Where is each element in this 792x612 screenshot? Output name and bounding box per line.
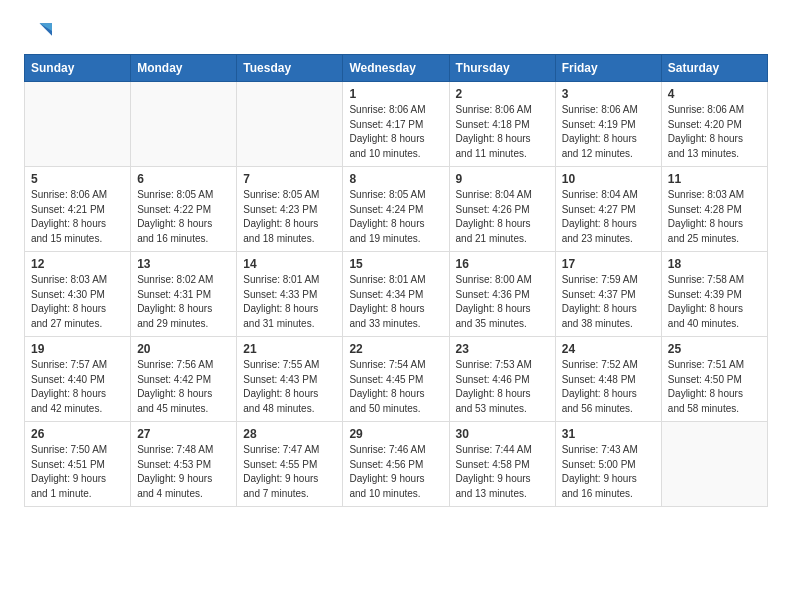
day-info: Sunrise: 7:55 AM Sunset: 4:43 PM Dayligh… [243,358,336,416]
calendar-cell: 22Sunrise: 7:54 AM Sunset: 4:45 PM Dayli… [343,337,449,422]
day-number: 3 [562,87,655,101]
calendar-week-row: 19Sunrise: 7:57 AM Sunset: 4:40 PM Dayli… [25,337,768,422]
day-number: 6 [137,172,230,186]
calendar-cell: 20Sunrise: 7:56 AM Sunset: 4:42 PM Dayli… [131,337,237,422]
day-info: Sunrise: 7:58 AM Sunset: 4:39 PM Dayligh… [668,273,761,331]
calendar-cell: 8Sunrise: 8:05 AM Sunset: 4:24 PM Daylig… [343,167,449,252]
calendar-cell: 12Sunrise: 8:03 AM Sunset: 4:30 PM Dayli… [25,252,131,337]
calendar-cell: 30Sunrise: 7:44 AM Sunset: 4:58 PM Dayli… [449,422,555,507]
day-number: 29 [349,427,442,441]
day-info: Sunrise: 7:59 AM Sunset: 4:37 PM Dayligh… [562,273,655,331]
calendar-cell: 28Sunrise: 7:47 AM Sunset: 4:55 PM Dayli… [237,422,343,507]
day-number: 4 [668,87,761,101]
logo-icon [24,20,52,42]
day-number: 19 [31,342,124,356]
day-number: 31 [562,427,655,441]
calendar-cell: 26Sunrise: 7:50 AM Sunset: 4:51 PM Dayli… [25,422,131,507]
calendar-cell: 19Sunrise: 7:57 AM Sunset: 4:40 PM Dayli… [25,337,131,422]
calendar-cell: 11Sunrise: 8:03 AM Sunset: 4:28 PM Dayli… [661,167,767,252]
day-info: Sunrise: 8:00 AM Sunset: 4:36 PM Dayligh… [456,273,549,331]
day-info: Sunrise: 7:50 AM Sunset: 4:51 PM Dayligh… [31,443,124,501]
calendar-cell: 16Sunrise: 8:00 AM Sunset: 4:36 PM Dayli… [449,252,555,337]
calendar-cell: 9Sunrise: 8:04 AM Sunset: 4:26 PM Daylig… [449,167,555,252]
calendar-cell: 14Sunrise: 8:01 AM Sunset: 4:33 PM Dayli… [237,252,343,337]
day-number: 9 [456,172,549,186]
calendar-cell: 5Sunrise: 8:06 AM Sunset: 4:21 PM Daylig… [25,167,131,252]
calendar-cell: 7Sunrise: 8:05 AM Sunset: 4:23 PM Daylig… [237,167,343,252]
day-number: 26 [31,427,124,441]
day-number: 18 [668,257,761,271]
calendar-week-row: 26Sunrise: 7:50 AM Sunset: 4:51 PM Dayli… [25,422,768,507]
calendar-cell: 21Sunrise: 7:55 AM Sunset: 4:43 PM Dayli… [237,337,343,422]
calendar-cell: 2Sunrise: 8:06 AM Sunset: 4:18 PM Daylig… [449,82,555,167]
day-info: Sunrise: 7:57 AM Sunset: 4:40 PM Dayligh… [31,358,124,416]
calendar-cell: 24Sunrise: 7:52 AM Sunset: 4:48 PM Dayli… [555,337,661,422]
day-number: 5 [31,172,124,186]
day-number: 30 [456,427,549,441]
day-info: Sunrise: 8:03 AM Sunset: 4:28 PM Dayligh… [668,188,761,246]
day-number: 10 [562,172,655,186]
calendar-header-tuesday: Tuesday [237,55,343,82]
day-number: 11 [668,172,761,186]
page-header [24,20,768,42]
day-number: 14 [243,257,336,271]
calendar-cell: 29Sunrise: 7:46 AM Sunset: 4:56 PM Dayli… [343,422,449,507]
day-info: Sunrise: 8:06 AM Sunset: 4:20 PM Dayligh… [668,103,761,161]
calendar-cell [25,82,131,167]
calendar-cell: 18Sunrise: 7:58 AM Sunset: 4:39 PM Dayli… [661,252,767,337]
calendar-header-thursday: Thursday [449,55,555,82]
day-number: 21 [243,342,336,356]
day-info: Sunrise: 7:52 AM Sunset: 4:48 PM Dayligh… [562,358,655,416]
day-number: 20 [137,342,230,356]
day-number: 17 [562,257,655,271]
day-info: Sunrise: 7:47 AM Sunset: 4:55 PM Dayligh… [243,443,336,501]
day-info: Sunrise: 7:54 AM Sunset: 4:45 PM Dayligh… [349,358,442,416]
day-number: 22 [349,342,442,356]
day-number: 15 [349,257,442,271]
calendar-header-monday: Monday [131,55,237,82]
day-info: Sunrise: 7:46 AM Sunset: 4:56 PM Dayligh… [349,443,442,501]
day-number: 25 [668,342,761,356]
calendar-cell: 25Sunrise: 7:51 AM Sunset: 4:50 PM Dayli… [661,337,767,422]
logo [24,20,56,42]
day-info: Sunrise: 7:51 AM Sunset: 4:50 PM Dayligh… [668,358,761,416]
day-info: Sunrise: 7:48 AM Sunset: 4:53 PM Dayligh… [137,443,230,501]
day-info: Sunrise: 8:05 AM Sunset: 4:23 PM Dayligh… [243,188,336,246]
calendar-cell: 10Sunrise: 8:04 AM Sunset: 4:27 PM Dayli… [555,167,661,252]
day-number: 1 [349,87,442,101]
day-info: Sunrise: 8:04 AM Sunset: 4:26 PM Dayligh… [456,188,549,246]
day-info: Sunrise: 8:02 AM Sunset: 4:31 PM Dayligh… [137,273,230,331]
day-number: 2 [456,87,549,101]
calendar-header-wednesday: Wednesday [343,55,449,82]
calendar-header-sunday: Sunday [25,55,131,82]
day-info: Sunrise: 8:04 AM Sunset: 4:27 PM Dayligh… [562,188,655,246]
day-info: Sunrise: 7:44 AM Sunset: 4:58 PM Dayligh… [456,443,549,501]
calendar-cell: 6Sunrise: 8:05 AM Sunset: 4:22 PM Daylig… [131,167,237,252]
calendar-cell [661,422,767,507]
day-info: Sunrise: 7:53 AM Sunset: 4:46 PM Dayligh… [456,358,549,416]
calendar-header-row: SundayMondayTuesdayWednesdayThursdayFrid… [25,55,768,82]
day-number: 12 [31,257,124,271]
day-number: 16 [456,257,549,271]
day-info: Sunrise: 8:06 AM Sunset: 4:18 PM Dayligh… [456,103,549,161]
day-number: 27 [137,427,230,441]
day-number: 13 [137,257,230,271]
calendar-cell: 31Sunrise: 7:43 AM Sunset: 5:00 PM Dayli… [555,422,661,507]
day-number: 23 [456,342,549,356]
day-info: Sunrise: 8:01 AM Sunset: 4:34 PM Dayligh… [349,273,442,331]
day-info: Sunrise: 8:06 AM Sunset: 4:17 PM Dayligh… [349,103,442,161]
day-info: Sunrise: 8:03 AM Sunset: 4:30 PM Dayligh… [31,273,124,331]
day-number: 28 [243,427,336,441]
calendar-header-friday: Friday [555,55,661,82]
day-info: Sunrise: 8:05 AM Sunset: 4:22 PM Dayligh… [137,188,230,246]
day-info: Sunrise: 7:56 AM Sunset: 4:42 PM Dayligh… [137,358,230,416]
calendar-cell [237,82,343,167]
calendar-week-row: 12Sunrise: 8:03 AM Sunset: 4:30 PM Dayli… [25,252,768,337]
calendar-table: SundayMondayTuesdayWednesdayThursdayFrid… [24,54,768,507]
day-info: Sunrise: 8:06 AM Sunset: 4:21 PM Dayligh… [31,188,124,246]
calendar-cell: 3Sunrise: 8:06 AM Sunset: 4:19 PM Daylig… [555,82,661,167]
calendar-cell: 17Sunrise: 7:59 AM Sunset: 4:37 PM Dayli… [555,252,661,337]
calendar-cell: 13Sunrise: 8:02 AM Sunset: 4:31 PM Dayli… [131,252,237,337]
day-info: Sunrise: 7:43 AM Sunset: 5:00 PM Dayligh… [562,443,655,501]
calendar-cell: 27Sunrise: 7:48 AM Sunset: 4:53 PM Dayli… [131,422,237,507]
